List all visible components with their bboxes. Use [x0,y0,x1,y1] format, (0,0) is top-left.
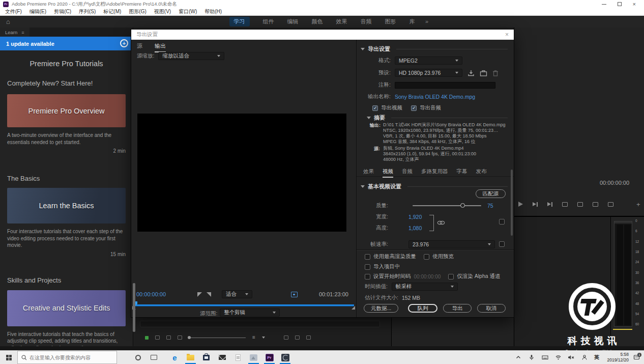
play-icon[interactable] [518,202,523,207]
contact-tray-button[interactable] [579,351,590,364]
zoom-level-dropdown[interactable]: 适合 [222,290,252,298]
quality-slider-thumb[interactable] [460,203,465,208]
save-preset-icon[interactable] [467,70,475,76]
workspace-overflow-icon[interactable]: » [425,18,428,24]
update-banner[interactable]: 1 update available + [0,37,133,50]
export-video-checkbox[interactable] [372,105,378,111]
photos-app-button[interactable] [277,351,293,364]
menu-item[interactable]: 标记(M) [103,8,121,15]
height-value[interactable]: 1,080 [408,225,422,231]
format-dropdown[interactable]: MPEG2 [395,57,462,65]
set-out-point-icon[interactable] [207,292,211,297]
max-render-quality-checkbox[interactable] [365,254,370,260]
ime-indicator[interactable]: 英 [592,351,601,364]
workspace-tab[interactable]: 效果 [336,18,347,25]
action-center-button[interactable]: 1 [631,351,642,364]
preview-tab[interactable]: 输出 [155,42,166,52]
match-source-button[interactable]: 匹配源 [476,189,506,198]
step-forward-icon[interactable] [533,202,538,207]
dialog-close-icon[interactable]: × [505,32,509,37]
update-plus-icon[interactable]: + [120,39,128,47]
edge-button[interactable]: e [167,351,183,364]
framerate-dropdown[interactable]: 23.976 [408,240,495,248]
source-range-dropdown[interactable]: 整个剪辑 [220,309,280,317]
quality-value[interactable]: 75 [487,203,493,209]
dimensions-checkbox[interactable] [499,219,505,225]
menu-item[interactable]: 图形(G) [129,8,146,15]
menu-item[interactable]: 文件(F) [5,8,22,15]
workspace-tab[interactable]: 编辑 [287,18,299,25]
task-view-button[interactable] [146,351,162,364]
cortana-button[interactable] [130,351,146,364]
start-button[interactable] [0,351,17,364]
minimize-icon[interactable] [602,4,606,5]
set-start-timecode-checkbox[interactable] [365,274,370,279]
link-dimensions-icon[interactable] [437,220,445,225]
quality-slider[interactable] [413,205,481,206]
tutorial-card[interactable]: Creative and Stylistic Edits [7,290,126,326]
workspace-tab[interactable]: 库 [409,18,415,25]
network-tray-button[interactable] [552,351,564,364]
comparison-view-icon[interactable] [608,202,613,207]
new-bin-icon[interactable] [306,335,311,340]
menu-item[interactable]: 窗口(W) [179,8,197,15]
go-to-out-icon[interactable] [547,202,552,207]
search-bin-icon[interactable] [295,335,300,340]
learn-panel-tab[interactable]: Learn ≡ [0,27,30,37]
toolbar-icon[interactable] [178,335,182,340]
menu-item[interactable]: 帮助(H) [204,8,222,15]
extract-icon[interactable] [577,202,583,207]
time-interpolation-dropdown[interactable]: 帧采样 [392,283,458,291]
search-input[interactable] [30,355,113,360]
metadata-button[interactable]: 元数据... [364,304,398,313]
output-name-link[interactable]: Sony Bravia OLED 4K Demo.mpg [395,94,475,100]
import-into-project-checkbox[interactable] [365,264,370,270]
tutorial-card[interactable]: Premiere Pro Overview [7,94,126,127]
preview-tab[interactable]: 源 [137,42,142,52]
use-previews-checkbox[interactable] [424,254,429,260]
project-filter-field[interactable] [140,321,380,327]
section-collapse-icon[interactable] [361,48,365,50]
export-frame-icon[interactable] [291,292,298,297]
document-app-button[interactable] [230,351,246,364]
taskbar-search[interactable] [17,351,117,364]
workspace-tab[interactable]: 图形 [385,18,396,25]
menu-item[interactable]: 剪辑(C) [54,8,71,15]
touch-keyboard-button[interactable] [539,351,550,364]
set-in-point-icon[interactable] [197,292,202,297]
comment-input[interactable] [395,82,495,89]
cancel-button[interactable]: 取消 [477,304,506,313]
premiere-taskbar-button[interactable]: Pr [261,351,277,364]
toolbar-icon[interactable] [284,335,288,340]
zoom-slider[interactable] [189,338,246,338]
toolbar-icon[interactable] [155,335,160,340]
lift-icon[interactable] [562,202,568,207]
show-hidden-icons-button[interactable] [513,351,524,364]
learn-panel-scrollbar[interactable] [133,283,135,332]
workspace-tab[interactable]: 组件 [263,18,274,25]
framerate-checkbox[interactable] [499,241,505,247]
menu-item[interactable]: 序列(S) [79,8,96,15]
close-icon[interactable]: × [633,2,636,6]
export-frame-icon[interactable] [593,202,598,207]
store-button[interactable] [198,351,214,364]
import-preset-icon[interactable] [480,70,487,76]
settings-scrollbar[interactable] [511,170,513,236]
file-explorer-button[interactable] [183,351,198,364]
button-editor-icon[interactable]: + [636,201,640,208]
taskbar-clock[interactable]: 5:58 2019/12/20 [603,352,629,362]
toolbar-icon[interactable] [166,335,171,340]
delete-preset-icon[interactable] [492,70,499,76]
source-scaling-dropdown[interactable]: 缩放以适合 [158,52,224,60]
maximize-icon[interactable] [618,2,622,6]
section-collapse-icon[interactable] [361,185,365,188]
menu-item[interactable]: 编辑(E) [30,8,46,15]
volume-tray-button[interactable] [566,351,577,364]
photo-viewer-button[interactable] [246,351,261,364]
tutorial-card[interactable]: Learn the Basics [7,188,126,223]
render-alpha-only-checkbox[interactable] [448,274,454,279]
width-value[interactable]: 1,920 [408,214,422,220]
panel-menu-icon[interactable]: ≡ [21,30,24,35]
menu-item[interactable]: 视图(V) [154,8,171,15]
export-button[interactable]: 导出 [443,304,472,313]
